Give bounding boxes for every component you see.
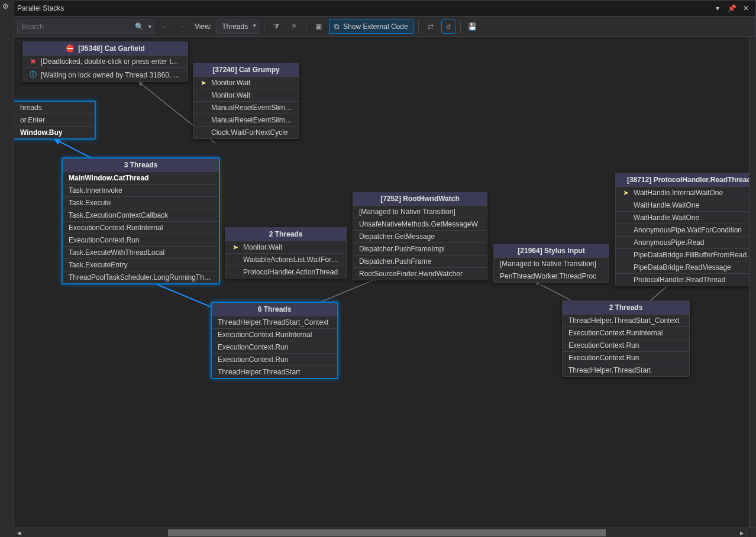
stack-row[interactable]: ProtocolHandler.ReadThread [616, 274, 756, 286]
stack-row[interactable]: ExecutionContext.Run [63, 234, 219, 247]
stack-row[interactable]: AnonymousPipe.Read [616, 237, 756, 249]
nav-forward-button[interactable]: → [176, 20, 190, 34]
pin-icon[interactable]: 📌 [726, 2, 738, 14]
search-icon[interactable]: 🔍 [133, 22, 146, 31]
node-3-threads[interactable]: 3 Threads MainWindow.CatThread Task.Inne… [62, 157, 220, 284]
stack-row[interactable]: Dispatcher.PushFrame [353, 255, 487, 268]
stack-row[interactable]: ManualResetEventSlim.Wait [193, 114, 299, 127]
stack-row[interactable]: ExecutionContext.RunInternal [563, 327, 689, 339]
auto-layout-icon[interactable]: ⇄ [424, 20, 438, 34]
scroll-corner [747, 528, 756, 537]
chevron-down-icon[interactable]: ▾ [712, 2, 723, 14]
scroll-left-icon[interactable]: ◂ [14, 528, 24, 537]
stack-row[interactable]: ManualResetEventSlim.Wait [193, 102, 299, 114]
stack-row[interactable]: ➤WaitHandle.InternalWaitOne [616, 187, 756, 199]
stack-row[interactable]: WaitHandle.WaitOne [616, 212, 756, 224]
chevron-down-icon: ▾ [253, 22, 256, 28]
node-title: [21964] Stylus Input [494, 244, 609, 258]
node-title: 6 Threads [212, 303, 337, 316]
stop-icon: ⛔ [66, 44, 75, 53]
stack-row[interactable]: Task.InnerInvoke [63, 185, 219, 197]
stack-row[interactable]: ThreadPoolTaskScheduler.LongRunningThre.… [63, 271, 219, 283]
stack-row[interactable]: PipeDataBridge.FillBufferFromReadPipe [616, 249, 756, 261]
node-title: 2 Threads [225, 228, 346, 241]
stack-row[interactable]: [Managed to Native Transition] [353, 206, 487, 218]
highlight-icon[interactable]: ☌ [441, 20, 455, 34]
node-2-threads-b[interactable]: 2 Threads ThreadHelper.ThreadStart_Conte… [562, 300, 690, 377]
stack-row[interactable]: Task.ExecuteWithThreadLocal [63, 247, 219, 259]
stack-row[interactable]: Task.ExecuteEntry [63, 259, 219, 271]
gear-icon[interactable]: ⚙ [2, 2, 9, 11]
stack-row[interactable]: ➤Monitor.Wait [193, 77, 299, 89]
stack-row[interactable]: [Managed to Native Transition] [494, 258, 609, 270]
node-cat-grumpy[interactable]: [37240] Cat Grumpy ➤Monitor.Wait Monitor… [193, 63, 299, 139]
stack-row[interactable]: Task.Execute [63, 197, 219, 209]
node-title: 2 Threads [563, 301, 689, 315]
node-read-thread[interactable]: [38712] ProtocolHandler.ReadThread ➤Wait… [615, 173, 756, 286]
filter-icon[interactable]: ⧩ [269, 20, 283, 34]
stack-row[interactable]: MainWindow.CatThread [63, 172, 219, 185]
stack-row[interactable]: ⓘ [Waiting on lock owned by Thread 31860… [23, 68, 188, 82]
stack-row[interactable]: Dispatcher.PushFrameImpl [353, 243, 487, 255]
stack-row[interactable]: Monitor.Wait [193, 89, 299, 102]
horizontal-scrollbar[interactable]: ◂ ▸ [14, 528, 747, 537]
node-title: 3 Threads [63, 158, 219, 172]
view-label: View: [193, 22, 213, 31]
node-stylus-input[interactable]: [21964] Stylus Input [Managed to Native … [493, 244, 609, 283]
stack-row[interactable]: ExecutionContext.Run [212, 341, 337, 354]
scroll-right-icon[interactable]: ▸ [737, 528, 747, 537]
search-input[interactable] [18, 20, 133, 33]
node-cat-garfield[interactable]: ⛔ [35348] Cat Garfield ✖ [Deadlocked, do… [22, 41, 188, 82]
graph-canvas[interactable]: ⛔ [35348] Cat Garfield ✖ [Deadlocked, do… [14, 37, 756, 528]
toggle-label: Show External Code [343, 22, 408, 31]
stack-row[interactable]: Window.Buy [14, 127, 95, 138]
stack-row[interactable]: AnonymousPipe.WaitForCondition [616, 224, 756, 237]
stack-row[interactable]: ExecutionContext.Run [212, 354, 337, 366]
stack-row[interactable]: ExecutionContext.RunInternal [63, 222, 219, 234]
titlebar: Parallel Stacks ▾ 📌 ✕ [0, 0, 756, 17]
stack-row[interactable]: ✖ [Deadlocked, double-click or press ent… [23, 56, 188, 68]
code-icon: ⧉ [334, 22, 340, 31]
stack-row[interactable]: WaitableActionsList.WaitForData [225, 254, 346, 266]
stack-row[interactable]: RootSourceFinder.HwndWatcher [353, 268, 487, 280]
stack-row[interactable]: ThreadHelper.ThreadStart_Context [563, 315, 689, 327]
current-frame-icon: ➤ [231, 243, 240, 251]
scroll-thumb[interactable] [168, 529, 606, 536]
stack-row[interactable]: ExecutionContext.Run [563, 339, 689, 352]
node-2-threads-a[interactable]: 2 Threads ➤Monitor.Wait WaitableActionsL… [225, 227, 347, 279]
view-select[interactable]: Threads ▾ [217, 20, 259, 34]
view-selected-value: Threads [222, 22, 248, 31]
node-6-threads[interactable]: 6 Threads ThreadHelper.ThreadStart_Conte… [211, 302, 338, 379]
search-box[interactable]: 🔍 ▾ [17, 20, 154, 34]
stack-row[interactable]: UnsafeNativeMethods.GetMessageW [353, 218, 487, 231]
search-dropdown-icon[interactable]: ▾ [146, 24, 154, 30]
stack-row[interactable]: Task.ExecutionContextCallback [63, 209, 219, 222]
vertical-scrollbar[interactable] [749, 37, 756, 528]
close-icon[interactable]: ✕ [740, 2, 752, 14]
node-title: ⛔ [35348] Cat Garfield [23, 42, 188, 56]
node-partial[interactable]: hreads or.Enter Window.Buy [14, 101, 96, 140]
stack-row[interactable]: PipeDataBridge.ReadMessage [616, 261, 756, 274]
stack-row[interactable]: PenThreadWorker.ThreadProc [494, 270, 609, 282]
show-external-code-toggle[interactable]: ⧉ Show External Code [329, 20, 413, 34]
stack-row[interactable]: ProtocolHandler.ActionThread [225, 266, 346, 278]
zoom-fit-icon[interactable]: ▣ [311, 20, 325, 34]
stack-row[interactable]: ThreadHelper.ThreadStart [212, 366, 337, 378]
flag-icon[interactable]: ⚑ [287, 20, 301, 34]
nav-back-button[interactable]: ← [158, 20, 172, 34]
node-root-hwnd[interactable]: [7252] RootHwndWatch [Managed to Native … [353, 192, 487, 280]
stack-row[interactable]: ExecutionContext.Run [563, 352, 689, 364]
save-icon[interactable]: 💾 [466, 20, 480, 34]
stack-row[interactable]: Dispatcher.GetMessage [353, 231, 487, 243]
stack-row[interactable]: ➤Monitor.Wait [225, 241, 346, 254]
stack-row[interactable]: ExecutionContext.RunInternal [212, 329, 337, 341]
node-title: [7252] RootHwndWatch [353, 192, 487, 206]
current-frame-icon: ➤ [199, 79, 208, 87]
stack-row[interactable]: or.Enter [14, 114, 95, 127]
stack-row[interactable]: ThreadHelper.ThreadStart [563, 364, 689, 376]
stack-row[interactable]: WaitHandle.WaitOne [616, 199, 756, 212]
current-frame-icon: ➤ [622, 189, 630, 197]
stack-row[interactable]: Clock.WaitForNextCycle [193, 127, 299, 138]
stack-row[interactable]: ThreadHelper.ThreadStart_Context [212, 316, 337, 329]
stack-row[interactable]: hreads [14, 102, 95, 114]
